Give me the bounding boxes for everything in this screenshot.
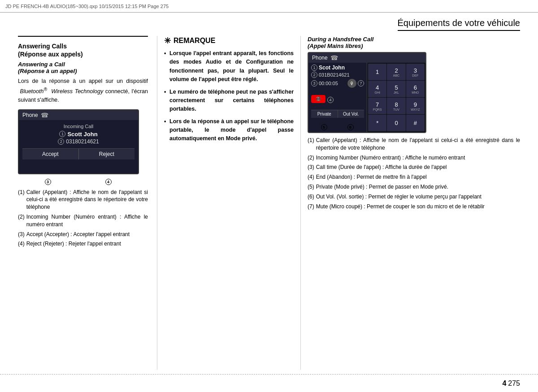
left-phone-label: Phone — [22, 112, 38, 118]
right-number-circle: 2 — [311, 72, 317, 78]
key-3[interactable]: 3DEF — [406, 64, 425, 80]
body-text-answering: Lors de la réponse à un appel sur un dis… — [18, 77, 148, 104]
numpad-grid: 1 2ABC 3DEF 4GHI 5JKL — [367, 63, 425, 132]
left-item-3: (3) Accept (Accepter) : Accepter l'appel… — [18, 231, 148, 238]
bullet-item-1: Lorsque l'appel entrant apparaît, les fo… — [164, 49, 294, 84]
number-circle: 2 — [58, 138, 64, 145]
chapter-number: 4 — [503, 379, 507, 387]
page-title: Équipements de votre véhicule — [398, 18, 521, 28]
left-item-1: (1) Caller (Appelant) : Affiche le nom d… — [18, 189, 148, 211]
caller-circle: 1 — [59, 131, 65, 137]
main-heading: Answering Calls(Réponse aux appels) — [18, 42, 148, 58]
caller-name-left: Scott John — [67, 131, 97, 138]
right-item-3: (3) Call time (Durée de l'appel) : Affic… — [308, 164, 520, 171]
end-phone-icon[interactable]: 📵 — [311, 95, 325, 103]
mute-icon-inner: 🎙 — [350, 81, 354, 86]
phone-buttons-left: Accept Reject — [22, 148, 134, 159]
right-item-2: (2) Incoming Number (Numéro entrant) : A… — [308, 154, 520, 162]
end-circle: 4 — [327, 97, 334, 103]
mid-column: ✳ REMARQUE Lorsque l'appel entrant appar… — [157, 36, 300, 370]
key-7[interactable]: 7PQRS — [368, 98, 386, 114]
key-2[interactable]: 2ABC — [387, 64, 405, 80]
item-text-4: Reject (Rejeter) : Rejeter l'appel entra… — [26, 240, 121, 248]
right-numbered-list: (1) Caller (Appelant) : Affiche le nom d… — [308, 137, 520, 210]
item-text-2: Incoming Number (Numéro entrant) : Affic… — [26, 213, 148, 228]
right-phone-btns: Private Out Vol. — [311, 110, 364, 118]
right-caller-circle: 1 — [311, 65, 317, 71]
mute-icon: 🎙 — [347, 79, 356, 88]
top-divider — [18, 36, 148, 37]
caller-row: 1 Scott John — [59, 131, 97, 138]
reject-circle: 4 — [105, 179, 112, 185]
reject-button[interactable]: Reject — [79, 149, 135, 159]
left-btn-circles: 3 4 — [18, 179, 139, 185]
private-circle: 5 — [321, 124, 327, 130]
footer-page: 4 275 — [503, 379, 521, 388]
reject-label-wrapper: 4 — [80, 179, 138, 185]
key-star[interactable]: * — [368, 115, 386, 131]
asterisk-symbol: ✳ — [164, 36, 171, 46]
left-numbered-list: (1) Caller (Appelant) : Affiche le nom d… — [18, 189, 148, 248]
incoming-call-label: Incoming Call — [64, 124, 94, 129]
outvol-circle: 6 — [347, 124, 354, 130]
right-phone-screen: Phone ☎ 1 Scot John 2 — [308, 52, 426, 133]
right-phone-info-top: 1 Scot John 2 031B0214621 3 00:00:05 — [311, 65, 364, 90]
item-num-1: (1) — [18, 189, 25, 211]
outvol-button[interactable]: Out Vol. — [338, 110, 364, 118]
key-hash[interactable]: # — [406, 115, 425, 131]
key-8[interactable]: 8TUV — [387, 98, 405, 114]
right-btn-circles: 5 6 — [311, 123, 364, 130]
key-5[interactable]: 5JKL — [387, 81, 405, 97]
right-phone-number: 031B0214621 — [319, 72, 350, 78]
end-button-area: 📵 4 — [311, 95, 364, 105]
bullet-item-3: Lors de la réponse à un appel sur le tél… — [164, 117, 294, 143]
item-num-4: (4) — [18, 240, 25, 248]
left-phone-screen: Phone ☎ Incoming Call 1 Scott John 2 031… — [18, 109, 139, 174]
right-phone-info: 1 Scot John 2 031B0214621 3 00:00:05 — [308, 63, 367, 132]
left-phone-header: Phone ☎ — [19, 110, 138, 120]
left-phone-icon: ☎ — [41, 112, 48, 119]
left-phone-body: Incoming Call 1 Scott John 2 03180214621… — [19, 120, 138, 163]
private-button[interactable]: Private — [311, 110, 338, 118]
right-number-row: 2 031B0214621 — [311, 72, 364, 78]
key-1[interactable]: 1 — [368, 64, 386, 80]
item-num-2: (2) — [18, 213, 25, 228]
number-row: 2 03180214621 — [58, 138, 99, 145]
right-phone-wrapper: Phone ☎ 1 Scot John 2 — [308, 52, 426, 133]
outvol-circle-wrapper: 6 — [338, 123, 364, 130]
caller-number-left: 03180214621 — [66, 138, 99, 145]
right-column: During a Handsfree Call (Appel Mains lib… — [300, 36, 520, 370]
key-9[interactable]: 9WXYZ — [406, 98, 425, 114]
right-item-6: (6) Out Vol. (Vol. sortie) : Permet de r… — [308, 193, 520, 201]
main-content: Answering Calls(Réponse aux appels) Answ… — [18, 36, 520, 370]
key-6[interactable]: 6MNO — [406, 81, 425, 97]
right-phone-icon: ☎ — [330, 54, 338, 61]
right-subheading: During a Handsfree Call (Appel Mains lib… — [308, 36, 520, 49]
right-phone-header: Phone ☎ — [308, 53, 425, 63]
bullet-item-2: Le numéro de téléphone peut ne pas s'aff… — [164, 88, 294, 114]
right-item-7: (7) Mute (Micro coupé) : Permet de coupe… — [308, 203, 520, 211]
right-phone-label: Phone — [312, 55, 328, 61]
item-text-3: Accept (Accepter) : Accepter l'appel ent… — [26, 231, 130, 238]
header-bar: JD PE FRENCH-4B AUDIO(185~300).qxp 10/15… — [0, 0, 538, 13]
key-4[interactable]: 4GHI — [368, 81, 386, 97]
right-caller-row: 1 Scot John — [311, 65, 364, 71]
item-num-3: (3) — [18, 231, 25, 238]
left-item-2: (2) Incoming Number (Numéro entrant) : A… — [18, 213, 148, 228]
footer: 4 275 — [0, 374, 538, 392]
accept-label-wrapper: 3 — [19, 179, 78, 185]
remarque-heading: ✳ REMARQUE — [164, 36, 294, 46]
right-item-4: (4) End (Abandon) : Permet de mettre fin… — [308, 173, 520, 181]
page-number: 275 — [508, 379, 520, 387]
key-0[interactable]: 0 — [387, 115, 405, 131]
sub-heading-answering: Answering a Call(Réponse à un appel) — [18, 61, 148, 74]
right-time-row: 3 00:00:05 🎙 7 — [311, 79, 364, 88]
left-column: Answering Calls(Réponse aux appels) Answ… — [18, 36, 157, 370]
right-time-circle: 3 — [311, 80, 317, 86]
right-item-1: (1) Caller (Appelant) : Affiche le nom d… — [308, 137, 520, 152]
accept-circle: 3 — [45, 179, 51, 185]
accept-button[interactable]: Accept — [22, 149, 79, 159]
right-item-5: (5) Private (Mode privé) : Permet de pas… — [308, 183, 520, 191]
remarque-label: REMARQUE — [174, 37, 215, 45]
item-text-1: Caller (Appelant) : Affiche le nom de l'… — [26, 189, 148, 211]
